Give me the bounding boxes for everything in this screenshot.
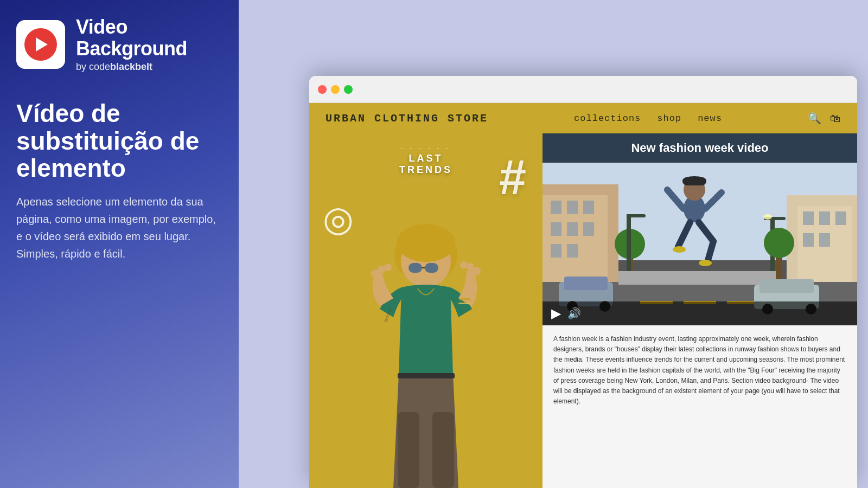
right-panel: VIDEO URBAN CLOTHING STORE collections s… xyxy=(239,0,868,488)
svg-point-8 xyxy=(378,266,385,273)
svg-rect-22 xyxy=(551,201,561,214)
dashes-bottom: - - - - - - xyxy=(399,178,452,184)
hashtag-symbol: # xyxy=(499,150,526,206)
spiral-symbol: ◎ xyxy=(323,198,354,239)
svg-rect-56 xyxy=(760,279,814,293)
svg-rect-28 xyxy=(551,244,561,258)
svg-point-68 xyxy=(673,246,686,253)
video-frame: ▶ 🔊 xyxy=(542,163,857,325)
svg-point-11 xyxy=(467,263,474,271)
svg-point-41 xyxy=(763,214,772,220)
dashes-top: - - - - - - xyxy=(399,144,452,151)
svg-rect-18 xyxy=(432,412,454,488)
svg-rect-48 xyxy=(618,271,781,285)
left-panel: Video Background by codeblackbelt Vídeo … xyxy=(0,0,239,488)
model-svg: fashion xyxy=(339,222,513,488)
svg-rect-37 xyxy=(803,233,814,247)
app-title: Video Background xyxy=(76,16,222,59)
svg-rect-17 xyxy=(398,412,419,488)
description-text: Apenas selecione um elemento da sua pági… xyxy=(0,193,239,262)
svg-rect-36 xyxy=(835,211,846,225)
svg-point-50 xyxy=(764,228,794,258)
app-subtitle-bold: blackbelt xyxy=(110,61,152,72)
store-left-panel: - - - - - - LASTTRENDS - - - - - - # ◎ xyxy=(309,133,542,488)
svg-point-69 xyxy=(699,260,712,266)
volume-button[interactable]: 🔊 xyxy=(567,307,581,320)
svg-rect-34 xyxy=(803,211,814,225)
svg-rect-23 xyxy=(567,201,578,214)
svg-point-2 xyxy=(397,224,455,262)
svg-rect-26 xyxy=(567,222,578,236)
app-subtitle: by codeblackbelt xyxy=(76,61,222,73)
last-trends-text: LASTTRENDS xyxy=(399,153,452,176)
svg-rect-35 xyxy=(819,211,830,225)
svg-rect-38 xyxy=(819,233,830,247)
svg-point-9 xyxy=(384,264,392,271)
svg-rect-27 xyxy=(583,222,594,236)
video-controls: ▶ 🔊 xyxy=(542,301,857,325)
svg-rect-52 xyxy=(564,277,608,290)
header-section: Video Background by codeblackbelt xyxy=(0,0,239,84)
play-button[interactable]: ▶ xyxy=(551,306,561,321)
play-logo-triangle xyxy=(36,37,48,52)
svg-rect-16 xyxy=(398,373,455,378)
svg-rect-3 xyxy=(409,263,422,273)
main-heading: Vídeo de substituição de elemento xyxy=(0,84,239,193)
svg-point-12 xyxy=(460,261,468,269)
svg-rect-14 xyxy=(458,303,470,304)
svg-rect-13 xyxy=(459,298,470,300)
svg-rect-29 xyxy=(567,244,578,258)
svg-rect-43 xyxy=(627,214,646,217)
svg-rect-62 xyxy=(682,177,706,185)
last-trends-overlay: - - - - - - LASTTRENDS - - - - - - xyxy=(399,144,452,184)
play-logo-circle xyxy=(24,28,57,61)
street-scene-svg xyxy=(542,163,857,325)
title-block: Video Background by codeblackbelt xyxy=(76,16,222,73)
svg-rect-25 xyxy=(551,222,561,236)
svg-rect-24 xyxy=(583,201,594,214)
svg-rect-4 xyxy=(425,263,438,273)
logo-box xyxy=(16,20,65,69)
